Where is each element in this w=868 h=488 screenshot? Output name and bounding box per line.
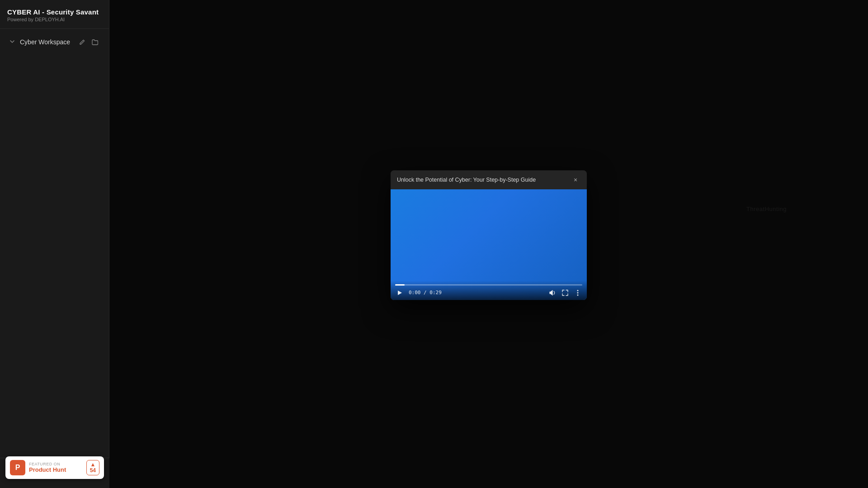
- product-hunt-text: FEATURED ON Product Hunt: [29, 462, 83, 473]
- edit-icon-button[interactable]: [77, 37, 87, 47]
- app-title: CYBER AI - Security Savant: [7, 8, 102, 16]
- controls-right: [548, 288, 582, 297]
- product-hunt-featured-label: FEATURED ON: [29, 462, 83, 466]
- fullscreen-button[interactable]: [561, 288, 570, 297]
- folder-icon-button[interactable]: [90, 37, 100, 47]
- product-hunt-logo: P: [10, 460, 25, 475]
- modal-close-button[interactable]: ×: [571, 175, 580, 185]
- more-options-button[interactable]: [573, 288, 582, 297]
- product-hunt-badge[interactable]: P FEATURED ON Product Hunt ▲ 54: [5, 456, 104, 479]
- app-subtitle: Powered by DEPLOYH.AI: [7, 17, 102, 22]
- workspace-row[interactable]: Cyber Workspace: [3, 33, 106, 52]
- play-button[interactable]: [395, 288, 404, 297]
- app-header: CYBER AI - Security Savant Powered by DE…: [0, 0, 109, 29]
- svg-point-4: [577, 294, 579, 296]
- chevron-down-icon: [9, 38, 16, 46]
- video-modal: Unlock the Potential of Cyber: Your Step…: [391, 170, 587, 300]
- modal-title: Unlock the Potential of Cyber: Your Step…: [397, 177, 536, 183]
- video-container: 0:00 / 0:29: [391, 189, 587, 300]
- upvote-count: 54: [90, 467, 96, 474]
- product-hunt-upvote[interactable]: ▲ 54: [86, 460, 99, 475]
- controls-left: 0:00 / 0:29: [395, 288, 442, 297]
- main-content: ThreatHunting Unlock the Potential of Cy…: [109, 0, 868, 488]
- progress-bar[interactable]: [395, 284, 582, 286]
- modal-header: Unlock the Potential of Cyber: Your Step…: [391, 170, 587, 189]
- mute-button[interactable]: [548, 288, 557, 297]
- progress-bar-fill: [395, 284, 405, 286]
- workspace-action-icons: [77, 37, 100, 47]
- product-hunt-name: Product Hunt: [29, 466, 83, 473]
- time-display: 0:00 / 0:29: [409, 290, 442, 296]
- video-controls: 0:00 / 0:29: [391, 281, 587, 300]
- workspace-label: Cyber Workspace: [20, 38, 77, 46]
- upvote-arrow: ▲: [90, 462, 95, 467]
- sidebar: CYBER AI - Security Savant Powered by DE…: [0, 0, 109, 488]
- svg-point-2: [577, 290, 579, 291]
- controls-row: 0:00 / 0:29: [395, 288, 582, 297]
- modal-overlay[interactable]: Unlock the Potential of Cyber: Your Step…: [109, 0, 868, 488]
- svg-point-3: [577, 292, 579, 293]
